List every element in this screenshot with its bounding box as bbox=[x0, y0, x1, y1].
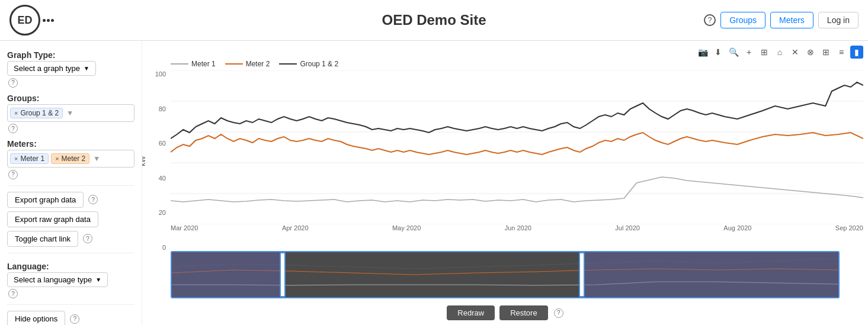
range-selector[interactable] bbox=[171, 251, 840, 298]
download-tool[interactable]: ⬇ bbox=[712, 46, 725, 59]
y-tick-100: 100 bbox=[155, 70, 166, 78]
divider-2 bbox=[7, 253, 134, 253]
meters-button[interactable]: Meters bbox=[770, 12, 813, 28]
main-layout: Graph Type: Select a graph type ▼ ? Grou… bbox=[0, 41, 868, 325]
export-graph-help-icon[interactable]: ? bbox=[88, 195, 98, 204]
redraw-button[interactable]: Redraw bbox=[447, 305, 495, 320]
legend-meter2-line bbox=[225, 63, 243, 65]
groups-button[interactable]: Groups bbox=[720, 12, 765, 28]
group12-line bbox=[171, 82, 863, 139]
logo-dot-1 bbox=[43, 19, 46, 22]
graph-type-value: Select a graph type bbox=[14, 64, 80, 73]
meters-tag-container[interactable]: × Meter 1 × Meter 2 ▼ bbox=[7, 150, 134, 168]
x-tick-jul: Jul 2020 bbox=[615, 224, 640, 231]
legend-meter2: Meter 2 bbox=[225, 60, 270, 68]
lasso-tool[interactable]: ⊗ bbox=[804, 46, 817, 59]
meter-tag-1-remove[interactable]: × bbox=[14, 155, 18, 162]
y-axis-label: kW bbox=[142, 156, 147, 166]
group-tag-1-label: Group 1 & 2 bbox=[20, 109, 59, 117]
app-container: ED OED Demo Site ? Groups Meters Log in … bbox=[0, 0, 868, 325]
meter-tag-2: × Meter 2 bbox=[51, 153, 89, 164]
legend-meter1: Meter 1 bbox=[171, 60, 216, 68]
chart-toolbar: 📷 ⬇ 🔍 + ⊞ ⌂ ✕ ⊗ ⊞ ≡ ▮ bbox=[147, 46, 863, 59]
export-graph-label: Export graph data bbox=[15, 195, 76, 204]
graph-type-label: Graph Type: bbox=[7, 50, 134, 60]
login-button[interactable]: Log in bbox=[818, 12, 859, 28]
y-axis-container: 100 80 60 40 20 0 bbox=[147, 70, 171, 251]
page-title: OED Demo Site bbox=[382, 12, 486, 28]
meters-label: Meters: bbox=[7, 139, 134, 149]
deselect-tool[interactable]: ≡ bbox=[835, 46, 848, 59]
zoom-in-tool[interactable]: 🔍 bbox=[727, 46, 740, 59]
language-label: Language: bbox=[7, 262, 134, 271]
hide-options-label: Hide options bbox=[15, 314, 57, 323]
toggle-chart-help-icon[interactable]: ? bbox=[83, 234, 92, 243]
meter-tag-2-remove[interactable]: × bbox=[55, 155, 59, 162]
bar-tool[interactable]: ▮ bbox=[850, 46, 863, 59]
range-right-handle[interactable] bbox=[579, 252, 585, 297]
x-tick-aug: Aug 2020 bbox=[723, 224, 751, 231]
legend-group12-line bbox=[279, 63, 297, 65]
toggle-chart-row: Toggle chart link ? bbox=[7, 231, 134, 247]
x-tick-apr: Apr 2020 bbox=[282, 224, 309, 231]
language-caret-icon: ▼ bbox=[95, 276, 101, 283]
reset-tool[interactable]: ⌂ bbox=[773, 46, 786, 59]
hide-options-button[interactable]: Hide options bbox=[7, 311, 65, 325]
language-section: Language: Select a language type ▼ ? bbox=[7, 259, 134, 299]
logo-text: ED bbox=[17, 14, 32, 27]
divider-3 bbox=[7, 304, 134, 305]
meters-section: Meters: × Meter 1 × Meter 2 ▼ ? bbox=[7, 137, 134, 179]
toggle-chart-button[interactable]: Toggle chart link bbox=[7, 231, 78, 247]
sidebar: Graph Type: Select a graph type ▼ ? Grou… bbox=[0, 41, 142, 325]
language-help-icon[interactable]: ? bbox=[8, 289, 18, 298]
select-tool[interactable]: ⊞ bbox=[819, 46, 832, 59]
legend-meter1-line bbox=[171, 63, 188, 65]
range-left-region bbox=[172, 252, 280, 297]
pan-tool[interactable]: ✕ bbox=[789, 46, 802, 59]
y-tick-20: 20 bbox=[155, 209, 166, 216]
restore-button[interactable]: Restore bbox=[499, 305, 548, 320]
logo-dot-2 bbox=[47, 19, 50, 22]
camera-tool[interactable]: 📷 bbox=[696, 46, 709, 59]
hide-options-row: Hide options ? bbox=[7, 311, 134, 325]
logo-dots bbox=[43, 19, 54, 22]
header-nav: ? Groups Meters Log in bbox=[704, 12, 859, 28]
meters-help-icon[interactable]: ? bbox=[8, 170, 18, 179]
y-tick-80: 80 bbox=[155, 105, 166, 112]
x-tick-sep: Sep 2020 bbox=[835, 224, 863, 231]
legend-meter1-label: Meter 1 bbox=[191, 60, 216, 68]
export-graph-row: Export graph data ? bbox=[7, 192, 134, 208]
groups-section: Groups: × Group 1 & 2 ▼ ? bbox=[7, 91, 134, 134]
chart-legend: Meter 1 Meter 2 Group 1 & 2 bbox=[147, 60, 863, 68]
meter-tag-1: × Meter 1 bbox=[10, 153, 49, 164]
range-left-handle[interactable] bbox=[280, 252, 286, 297]
x-axis-labels: Mar 2020 Apr 2020 May 2020 Jun 2020 Jul … bbox=[171, 224, 863, 233]
export-raw-label: Export raw graph data bbox=[15, 215, 91, 224]
zoom-out-tool[interactable]: + bbox=[742, 46, 755, 59]
legend-meter2-label: Meter 2 bbox=[246, 60, 270, 68]
hide-options-help-icon[interactable]: ? bbox=[70, 314, 79, 324]
graph-type-caret-icon: ▼ bbox=[84, 65, 89, 72]
meter1-line bbox=[171, 177, 863, 202]
groups-help-icon[interactable]: ? bbox=[8, 124, 18, 133]
export-graph-button[interactable]: Export graph data bbox=[7, 192, 84, 208]
graph-type-help-icon[interactable]: ? bbox=[8, 78, 18, 88]
language-dropdown[interactable]: Select a language type ▼ bbox=[7, 272, 108, 287]
groups-label: Groups: bbox=[7, 94, 134, 103]
meters-dropdown-arrow[interactable]: ▼ bbox=[92, 155, 101, 163]
legend-group12: Group 1 & 2 bbox=[279, 60, 338, 68]
y-tick-60: 60 bbox=[155, 140, 166, 147]
meter2-line bbox=[171, 133, 863, 155]
chart-controls-help-icon[interactable]: ? bbox=[554, 308, 563, 318]
export-raw-button[interactable]: Export raw graph data bbox=[7, 211, 98, 227]
groups-tag-container[interactable]: × Group 1 & 2 ▼ bbox=[7, 104, 134, 122]
toggle-chart-label: Toggle chart link bbox=[15, 234, 71, 243]
export-raw-row: Export raw graph data bbox=[7, 211, 134, 227]
autoscale-tool[interactable]: ⊞ bbox=[758, 46, 771, 59]
graph-type-dropdown[interactable]: Select a graph type ▼ bbox=[7, 61, 96, 76]
y-tick-0: 0 bbox=[155, 244, 166, 251]
chart-wrapper: 100 80 60 40 20 0 bbox=[147, 70, 863, 251]
group-tag-1-remove[interactable]: × bbox=[14, 110, 18, 117]
header-help-icon[interactable]: ? bbox=[704, 14, 716, 26]
groups-dropdown-arrow[interactable]: ▼ bbox=[65, 109, 75, 117]
